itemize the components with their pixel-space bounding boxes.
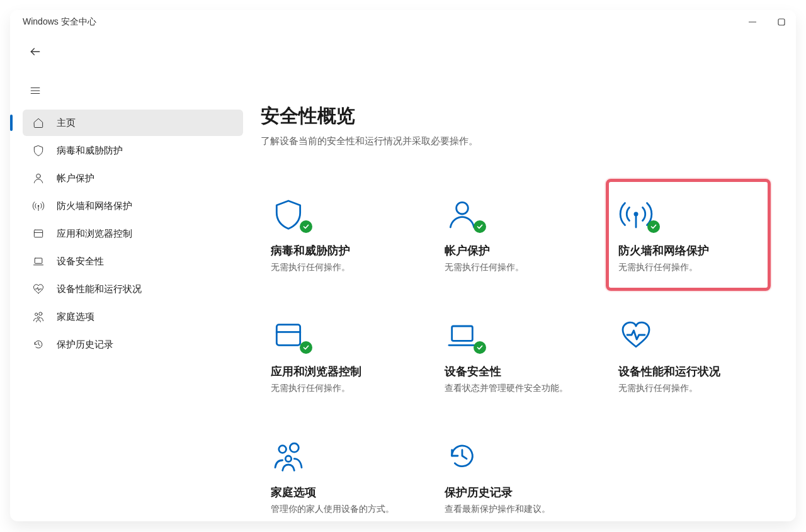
nav-item-browser[interactable]: 应用和浏览器控制: [23, 220, 243, 247]
nav-item-label: 家庭选项: [57, 311, 94, 323]
tile-desc: 无需执行任何操作。: [618, 262, 758, 273]
browser-icon: [31, 227, 45, 240]
title-bar: Windows 安全中心: [10, 10, 796, 33]
nav-item-shield[interactable]: 病毒和威胁防护: [23, 137, 243, 164]
family-icon: [31, 310, 45, 323]
nav-item-label: 帐户保护: [57, 173, 94, 184]
tile-title: 设备性能和运行状况: [618, 364, 758, 379]
family-icon: [271, 436, 311, 473]
tile-desc: 无需执行任何操作。: [445, 262, 584, 273]
tile-title: 防火墙和网络保护: [618, 243, 758, 258]
nav-list: 主页病毒和威胁防护帐户保护防火墙和网络保护应用和浏览器控制设备安全性设备性能和运…: [23, 110, 243, 358]
nav-item-history[interactable]: 保护历史记录: [23, 331, 243, 358]
tile-desc: 无需执行任何操作。: [618, 383, 758, 394]
tile-title: 保护历史记录: [445, 485, 584, 500]
heart-icon: [618, 315, 659, 353]
status-ok-badge: [647, 220, 660, 233]
svg-point-11: [35, 313, 38, 315]
app-window: Windows 安全中心 主页病毒和威胁防护帐户保护防火墙和网络保护应用和浏览器…: [10, 10, 796, 521]
status-ok-badge: [300, 341, 312, 354]
nav-item-family[interactable]: 家庭选项: [23, 303, 243, 330]
tile-antenna[interactable]: 防火墙和网络保护 无需执行任何操作。: [606, 179, 771, 291]
tile-browser[interactable]: 应用和浏览器控制 无需执行任何操作。: [258, 300, 423, 412]
svg-point-14: [457, 202, 468, 214]
svg-point-13: [37, 317, 39, 319]
tile-desc: 无需执行任何操作。: [271, 383, 411, 394]
tiles-grid: 病毒和威胁防护 无需执行任何操作。 帐户保护 无需执行任何操作。 防火墙和网络保…: [258, 179, 771, 521]
history-icon: [31, 338, 45, 351]
back-button[interactable]: [23, 39, 48, 64]
laptop-icon: [445, 315, 485, 353]
home-icon: [31, 116, 45, 129]
menu-toggle-button[interactable]: [23, 78, 48, 103]
nav-item-label: 防火墙和网络保护: [57, 200, 132, 212]
nav-item-label: 保护历史记录: [57, 339, 113, 351]
tile-desc: 查看最新保护操作和建议。: [445, 504, 584, 515]
shield-icon: [31, 144, 45, 157]
person-icon: [445, 194, 485, 232]
svg-point-19: [279, 446, 287, 453]
tile-history[interactable]: 保护历史记录 查看最新保护操作和建议。: [432, 421, 597, 521]
tile-title: 病毒和威胁防护: [271, 243, 411, 258]
heart-icon: [31, 283, 45, 295]
browser-icon: [271, 315, 311, 353]
status-ok-badge: [474, 341, 486, 354]
tile-title: 设备安全性: [445, 364, 584, 379]
nav-item-home[interactable]: 主页: [23, 110, 243, 136]
page-subtitle: 了解设备当前的安全性和运行情况并采取必要操作。: [261, 135, 771, 147]
tile-shield[interactable]: 病毒和威胁防护 无需执行任何操作。: [258, 179, 423, 291]
antenna-icon: [31, 200, 45, 212]
svg-point-20: [290, 443, 298, 452]
nav-item-antenna[interactable]: 防火墙和网络保护: [23, 193, 243, 219]
nav-item-label: 应用和浏览器控制: [57, 228, 132, 240]
svg-rect-16: [276, 325, 300, 346]
nav-item-label: 主页: [57, 117, 76, 129]
nav-item-heart[interactable]: 设备性能和运行状况: [23, 276, 243, 302]
nav-item-label: 设备安全性: [57, 256, 104, 268]
tile-person[interactable]: 帐户保护 无需执行任何操作。: [432, 179, 597, 291]
tile-heart[interactable]: 设备性能和运行状况 无需执行任何操作。: [606, 300, 771, 412]
main-content: 安全性概览 了解设备当前的安全性和运行情况并采取必要操作。 病毒和威胁防护 无需…: [243, 33, 796, 521]
tile-desc: 查看状态并管理硬件安全功能。: [445, 383, 584, 394]
tile-desc: 管理你的家人使用设备的方式。: [271, 504, 411, 515]
tile-title: 应用和浏览器控制: [271, 364, 411, 379]
page-title: 安全性概览: [261, 103, 771, 129]
svg-rect-8: [34, 230, 42, 237]
status-ok-badge: [474, 220, 486, 233]
svg-point-6: [37, 174, 41, 178]
history-icon: [445, 436, 485, 473]
nav-item-label: 设备性能和运行状况: [57, 283, 142, 295]
window-controls: [747, 16, 787, 28]
svg-rect-10: [35, 258, 42, 263]
minimize-button[interactable]: [747, 16, 758, 28]
tile-laptop[interactable]: 设备安全性 查看状态并管理硬件安全功能。: [432, 300, 597, 412]
tile-title: 家庭选项: [271, 485, 411, 500]
svg-rect-18: [452, 326, 473, 341]
shield-icon: [271, 194, 311, 232]
nav-item-person[interactable]: 帐户保护: [23, 165, 243, 191]
window-title: Windows 安全中心: [23, 16, 96, 28]
nav-item-laptop[interactable]: 设备安全性: [23, 248, 243, 274]
svg-point-21: [285, 456, 291, 461]
svg-point-12: [39, 312, 42, 315]
person-icon: [31, 172, 45, 184]
status-ok-badge: [300, 220, 312, 233]
antenna-icon: [618, 194, 659, 232]
sidebar: 主页病毒和威胁防护帐户保护防火墙和网络保护应用和浏览器控制设备安全性设备性能和运…: [10, 33, 243, 521]
nav-item-label: 病毒和威胁防护: [57, 145, 123, 157]
tile-desc: 无需执行任何操作。: [271, 262, 411, 273]
svg-rect-1: [778, 19, 785, 25]
maximize-button[interactable]: [776, 16, 787, 28]
laptop-icon: [31, 255, 45, 268]
tile-title: 帐户保护: [445, 243, 584, 258]
tile-family[interactable]: 家庭选项 管理你的家人使用设备的方式。: [258, 421, 423, 521]
